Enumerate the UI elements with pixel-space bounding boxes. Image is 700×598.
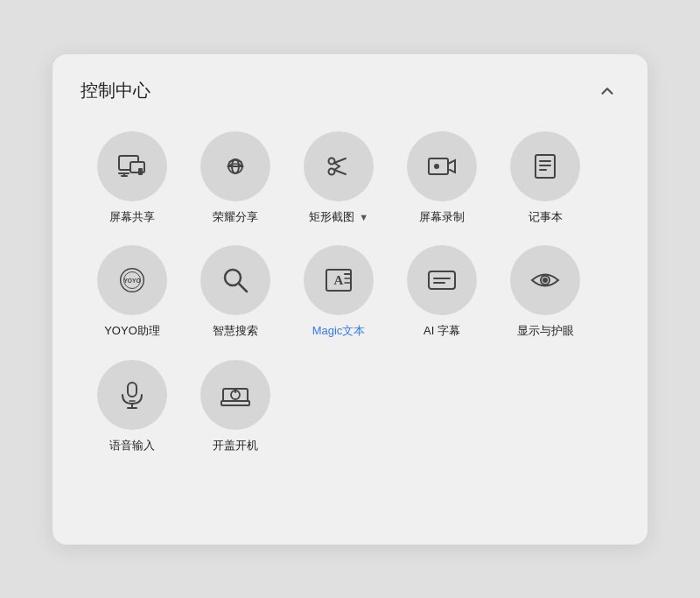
icon-circle-lid-power [200, 360, 270, 430]
label-screenshot: 矩形截图 ▼ [309, 210, 369, 225]
item-ai-caption[interactable]: AI 字幕 [390, 238, 494, 342]
item-display-eyecare[interactable]: 显示与护眼 [494, 238, 597, 342]
voice-input-icon [116, 378, 149, 412]
item-smart-search[interactable]: 智慧搜索 [184, 238, 287, 342]
label-ai-caption: AI 字幕 [424, 324, 460, 339]
svg-line-12 [334, 170, 346, 174]
label-display-eyecare: 显示与护眼 [517, 324, 574, 339]
svg-rect-32 [429, 271, 455, 289]
svg-point-37 [543, 278, 547, 282]
svg-line-26 [239, 284, 247, 292]
control-center-panel: 控制中心 屏幕共享 [52, 54, 648, 545]
label-voice-input: 语音输入 [109, 439, 155, 454]
item-magic-text[interactable]: A Magic文本 [287, 238, 390, 342]
item-yoyo[interactable]: YOYO YOYO助理 [80, 238, 184, 342]
screen-share-icon [116, 150, 149, 183]
svg-rect-38 [128, 383, 136, 397]
icon-circle-screenshot [304, 131, 374, 201]
panel-header: 控制中心 [80, 79, 620, 103]
icon-circle-notepad [510, 131, 580, 201]
item-honor-share[interactable]: 荣耀分享 [184, 124, 287, 229]
smart-search-icon [219, 264, 252, 297]
yoyo-icon: YOYO [116, 264, 149, 297]
dropdown-arrow-screenshot: ▼ [359, 212, 368, 222]
notepad-icon [528, 150, 562, 183]
icon-circle-smart-search [200, 245, 270, 315]
panel-title: 控制中心 [80, 79, 150, 102]
label-smart-search: 智慧搜索 [213, 324, 258, 339]
collapse-button[interactable] [595, 79, 620, 103]
screen-record-icon [425, 150, 458, 183]
icon-circle-screen-share [97, 131, 167, 201]
svg-line-11 [334, 158, 346, 163]
item-screenshot[interactable]: 矩形截图 ▼ [287, 124, 390, 229]
label-honor-share: 荣耀分享 [213, 210, 258, 225]
grid-row-3: 语音输入 开盖开机 [80, 353, 620, 457]
item-lid-power[interactable]: 开盖开机 [184, 353, 287, 457]
label-notepad: 记事本 [528, 210, 563, 225]
display-eyecare-icon [528, 264, 562, 297]
grid-row-2: YOYO YOYO助理 智慧搜索 A [80, 238, 620, 342]
icon-circle-yoyo: YOYO [97, 245, 167, 315]
svg-line-14 [334, 166, 340, 170]
svg-text:A: A [334, 273, 344, 287]
icon-circle-ai-caption [407, 245, 477, 315]
icon-circle-voice-input [97, 360, 167, 430]
screenshot-icon [322, 150, 355, 183]
svg-point-17 [434, 164, 439, 169]
svg-text:YOYO: YOYO [123, 278, 140, 285]
icon-circle-display-eyecare [510, 245, 580, 315]
item-screen-share[interactable]: 屏幕共享 [80, 124, 184, 229]
item-screen-record[interactable]: 屏幕录制 [390, 124, 494, 229]
label-screen-record: 屏幕录制 [419, 210, 465, 225]
honor-share-icon [219, 150, 252, 183]
svg-rect-5 [138, 168, 143, 175]
label-yoyo: YOYO助理 [104, 324, 160, 339]
ai-caption-icon [425, 264, 458, 297]
svg-rect-43 [221, 401, 249, 405]
label-lid-power: 开盖开机 [213, 439, 258, 454]
icon-circle-screen-record [407, 131, 477, 201]
lid-power-icon [219, 378, 252, 412]
icon-circle-honor-share [200, 131, 270, 201]
item-voice-input[interactable]: 语音输入 [80, 353, 184, 457]
magic-text-icon: A [322, 264, 355, 297]
label-screen-share: 屏幕共享 [109, 210, 155, 225]
label-magic-text: Magic文本 [312, 324, 366, 339]
icon-circle-magic-text: A [304, 245, 374, 315]
grid-row-1: 屏幕共享 荣耀分享 [80, 124, 620, 229]
item-notepad[interactable]: 记事本 [494, 124, 597, 229]
svg-marker-16 [448, 160, 455, 172]
